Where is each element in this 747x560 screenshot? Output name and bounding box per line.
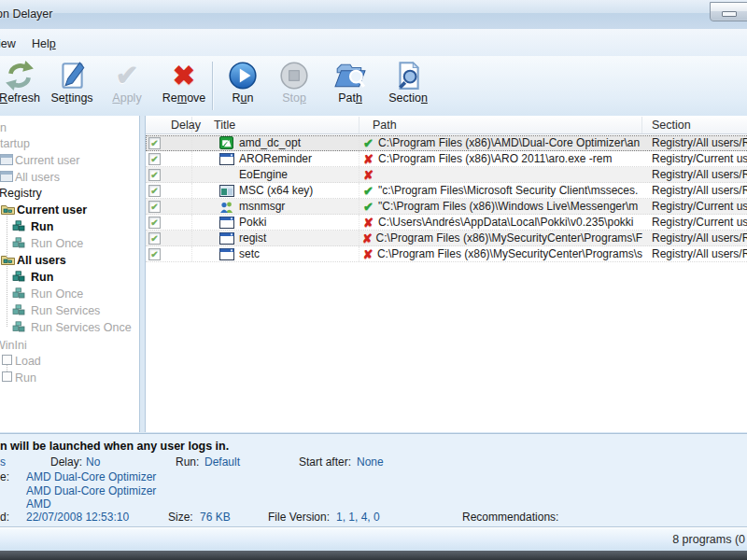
- column-header-section[interactable]: Section: [642, 117, 747, 133]
- refresh-icon: [4, 60, 35, 91]
- ini-entry-icon: [2, 371, 13, 385]
- column-header-title[interactable]: Title: [192, 117, 359, 133]
- path-found-icon: [361, 184, 375, 198]
- programs-table: Delay Title Path Section amd_dc_opt C:\P…: [145, 116, 747, 432]
- folder-registry-icon: [1, 254, 15, 268]
- people-icon: [219, 200, 235, 213]
- name-value-3: AMD: [26, 497, 51, 511]
- checkbox-checked-icon[interactable]: [148, 201, 161, 213]
- amd-icon: [219, 136, 235, 149]
- column-header-path[interactable]: Path: [359, 117, 642, 133]
- table-row-eoengine[interactable]: EoEngine Registry/All users/Ru: [146, 167, 747, 183]
- column-header-delay[interactable]: Delay: [146, 117, 192, 133]
- menu-help[interactable]: Help: [28, 35, 60, 52]
- minimize-icon: [722, 11, 737, 17]
- settings-icon: [56, 60, 88, 91]
- path-found-icon: [361, 200, 375, 214]
- delay-label: Delay:: [50, 455, 82, 469]
- name-value-1: AMD Dual-Core Optimizer: [26, 470, 156, 483]
- registry-bricks-icon: [12, 271, 25, 285]
- section-label: Section: [381, 91, 435, 105]
- file-version-value: 1, 1, 4, 0: [336, 511, 380, 524]
- minimize-button[interactable]: [710, 2, 747, 21]
- table-row-setc[interactable]: setc C:\Program Files (x86)\MySecurityCe…: [146, 246, 747, 262]
- stop-button: Stop: [267, 58, 321, 114]
- path-icon: [334, 60, 366, 91]
- path-label: Path: [323, 91, 377, 105]
- name-value-2: AMD Dual-Core Optimizer: [26, 484, 156, 497]
- menu-bar: iew Help: [0, 29, 747, 56]
- file-version-label: File Version:: [268, 511, 330, 524]
- registry-bricks-icon: [12, 287, 25, 301]
- menu-view[interactable]: iew: [0, 35, 20, 52]
- apply-button: ✔ Apply: [100, 58, 154, 114]
- refresh-button[interactable]: Refresh: [0, 58, 47, 114]
- table-row-amd-dc-opt[interactable]: amd_dc_opt C:\Program Files (x86)\AMD\Du…: [146, 135, 747, 151]
- no-icon: [219, 168, 235, 181]
- checkbox-checked-icon[interactable]: [148, 232, 161, 245]
- path-missing-icon: [361, 152, 375, 166]
- window-icon: [219, 247, 235, 260]
- table-row-msc[interactable]: MSC (x64 key) "c:\Program Files\Microsof…: [146, 183, 747, 199]
- window-icon: [219, 231, 235, 245]
- checkbox-checked-icon[interactable]: [148, 185, 161, 197]
- path-missing-icon: [361, 216, 375, 230]
- date-modified-value: 22/07/2008 12:53:10: [26, 511, 129, 524]
- registry-bricks-icon: [12, 321, 25, 335]
- programs-count: 8 programs (0: [672, 533, 745, 546]
- checkbox-checked-icon[interactable]: [148, 217, 161, 229]
- section-tree-pane: n tartup Current user All users Registry…: [0, 116, 140, 432]
- path-missing-icon: [361, 231, 374, 245]
- table-row-msnmsgr[interactable]: msnmsgr "C:\Program Files (x86)\Windows …: [146, 199, 747, 215]
- registry-bricks-icon: [12, 304, 25, 318]
- window-icon: [219, 216, 235, 229]
- toolbar-separator: [212, 62, 213, 110]
- stop-icon: [278, 60, 310, 91]
- checkbox-checked-icon[interactable]: [148, 153, 161, 165]
- date-label-fragment: d:: [0, 511, 9, 524]
- start-after-label: Start after:: [299, 455, 351, 469]
- window-gray-icon: [0, 154, 13, 168]
- tree-connector: [7, 213, 8, 327]
- remove-icon: ✖: [168, 60, 200, 91]
- checkbox-checked-icon[interactable]: [148, 169, 161, 181]
- settings-button[interactable]: Settings: [45, 58, 99, 114]
- window-gray-icon: [0, 171, 13, 185]
- details-panel: n will be launched when any user logs in…: [0, 433, 747, 527]
- checkbox-checked-icon[interactable]: [148, 137, 161, 149]
- details-left-fragment: s: [0, 455, 6, 469]
- status-bar: 8 programs (0: [0, 526, 747, 552]
- application-delayer-window: on Delayer iew Help Refresh Settings ✔ A…: [0, 0, 747, 560]
- run-button[interactable]: Run: [216, 58, 270, 114]
- table-row-aroreminder[interactable]: AROReminder C:\Program Files (x86)\ARO 2…: [146, 151, 747, 167]
- toolbar: Refresh Settings ✔ Apply ✖ Remove Run: [0, 56, 747, 117]
- checkbox-checked-icon[interactable]: [148, 248, 161, 260]
- folder-registry-icon: [1, 203, 15, 217]
- apply-icon: ✔: [111, 60, 143, 91]
- run-mode-label: Run:: [176, 455, 199, 469]
- remove-label: Remove: [157, 91, 211, 105]
- ini-entry-icon: [2, 355, 13, 369]
- start-after-value: None: [357, 455, 384, 469]
- window-icon: [219, 152, 235, 165]
- section-icon: [392, 60, 424, 91]
- table-header: Delay Title Path Section: [146, 117, 747, 134]
- title-bar[interactable]: on Delayer: [0, 0, 747, 30]
- window-title: on Delayer: [0, 7, 52, 21]
- table-row-regist[interactable]: regist C:\Program Files (x86)\MySecurity…: [146, 231, 747, 246]
- size-value: 76 KB: [200, 511, 231, 524]
- size-label: Size:: [168, 511, 193, 524]
- section-button[interactable]: Section: [381, 58, 435, 114]
- delay-value: No: [86, 455, 100, 469]
- details-headline: n will be launched when any user logs in…: [0, 440, 229, 453]
- remove-button[interactable]: ✖ Remove: [157, 58, 211, 114]
- apply-label: Apply: [100, 91, 154, 105]
- path-button[interactable]: Path: [323, 58, 377, 114]
- path-missing-icon: [361, 247, 374, 261]
- name-label-fragment: e:: [0, 470, 9, 483]
- path-missing-icon: [361, 168, 375, 182]
- run-mode-value: Default: [204, 455, 240, 469]
- run-icon: [227, 60, 259, 91]
- run-label: Run: [216, 91, 270, 105]
- table-row-pokki[interactable]: Pokki C:\Users\Andrés\AppData\Local\Pokk…: [146, 215, 747, 231]
